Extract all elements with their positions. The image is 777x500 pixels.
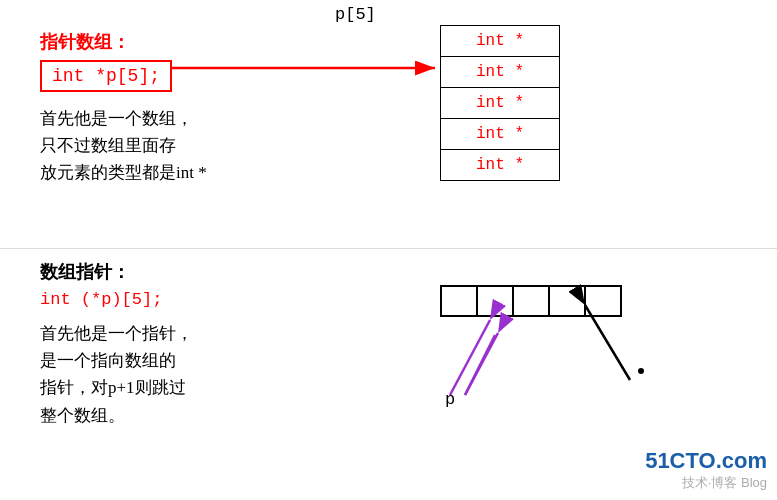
p5-label: p[5] (335, 5, 376, 24)
array-pointer-description: 首先他是一个指针， 是一个指向数组的 指针，对p+1则跳过 整个数组。 (40, 320, 193, 429)
desc-bottom-line-3: 指针，对p+1则跳过 (40, 374, 193, 401)
section-divider (0, 248, 777, 249)
watermark: 51CTO.com 技术·博客 Blog (645, 448, 767, 492)
watermark-main: 51CTO.com (645, 448, 767, 474)
svg-line-6 (465, 333, 498, 395)
pointer-array-description: 首先他是一个数组， 只不过数组里面存 放元素的类型都是int * (40, 105, 207, 187)
array-cell-4: int * (440, 149, 560, 181)
desc-line-3: 放元素的类型都是int * (40, 159, 207, 186)
array-cell-0: int * (440, 25, 560, 57)
watermark-sub: 技术·博客 Blog (645, 474, 767, 492)
purple-arrow2-icon (460, 330, 520, 400)
pointer-array-visual: int * int * int * int * int * (440, 25, 560, 181)
desc-line-2: 只不过数组里面存 (40, 132, 207, 159)
red-arrow-icon (170, 58, 435, 60)
pointer-array-label: 指针数组： (40, 30, 130, 54)
pointer-array-code: int *p[5]; (40, 60, 172, 92)
dot-decoration (638, 368, 644, 374)
svg-line-8 (585, 305, 630, 380)
desc-bottom-line-2: 是一个指向数组的 (40, 347, 193, 374)
array-pointer-label: 数组指针： (40, 260, 130, 284)
main-container: 指针数组： int *p[5]; 首先他是一个数组， 只不过数组里面存 放元素的… (0, 0, 777, 500)
array-pointer-code: int (*p)[5]; (40, 290, 162, 309)
array-cell-3: int * (440, 118, 560, 150)
array-cell-1: int * (440, 56, 560, 88)
array-cell-2: int * (440, 87, 560, 119)
desc-bottom-line-4: 整个数组。 (40, 402, 193, 429)
desc-bottom-line-1: 首先他是一个指针， (40, 320, 193, 347)
desc-line-1: 首先他是一个数组， (40, 105, 207, 132)
black-arrow-icon (570, 300, 640, 390)
